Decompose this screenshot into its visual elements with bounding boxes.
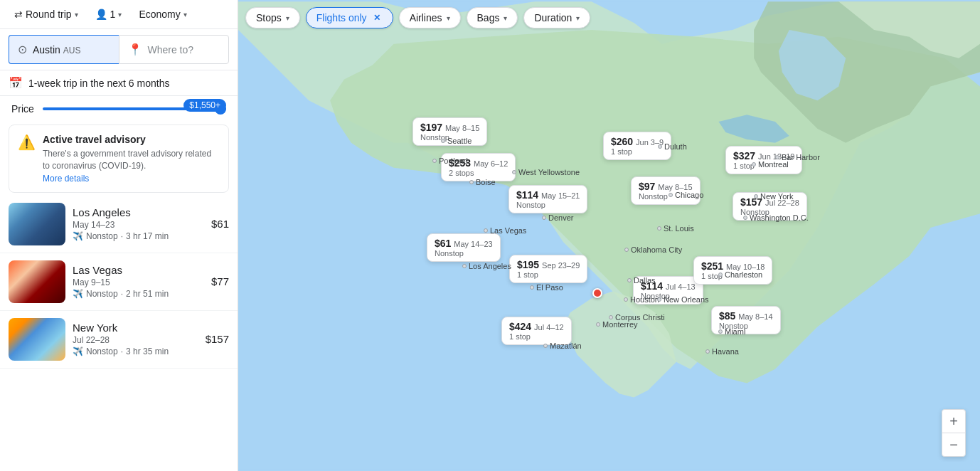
top-bar: ⇄ Round trip ▾ 👤 1 ▾ Economy ▾	[0, 0, 238, 29]
city-label-chicago: Chicago	[669, 191, 703, 199]
origin-text-container: Austin AUS	[33, 44, 81, 55]
price-bubble-5[interactable]: $424 Jul 4–121 stop	[501, 317, 572, 345]
city-label-bar-harbor: Bar Harbor	[775, 153, 820, 162]
price-bubble-2[interactable]: $114 May 15–21Nonstop	[508, 185, 587, 213]
city-name-19: New York	[760, 192, 793, 201]
city-dot-11	[669, 193, 673, 197]
person-icon: 👤	[95, 9, 107, 20]
city-label-washington-d.c.: Washington D.C.	[743, 213, 809, 222]
filter-airlines-chevron: ▾	[447, 14, 450, 22]
city-dot-4	[542, 216, 546, 220]
filter-stops-button[interactable]: Stops▾	[245, 7, 300, 28]
city-dot-2	[469, 180, 474, 184]
origin-input[interactable]: ⊙ Austin AUS	[9, 35, 119, 64]
filter-duration-label: Duration	[534, 12, 572, 23]
city-dot-17	[609, 315, 613, 319]
city-dot-19	[754, 194, 758, 199]
dest-name-0: Los Angeles	[73, 206, 204, 218]
filter-airlines-label: Airlines	[410, 12, 442, 23]
cabin-chevron: ▾	[183, 11, 187, 18]
zoom-in-button[interactable]: +	[942, 410, 965, 433]
city-dot-0	[441, 139, 445, 143]
dest-duration-1: 2 hr 51 min	[126, 289, 169, 299]
map-svg	[238, 0, 980, 471]
city-label-dallas: Dallas	[627, 276, 656, 285]
advisory-link[interactable]: More details	[43, 174, 89, 184]
destination-placeholder: Where to?	[148, 44, 194, 55]
city-label-mazatlán: Mazatlán	[543, 342, 582, 350]
city-dot-7	[462, 264, 467, 268]
city-label-oklahoma-city: Oklahoma City	[624, 245, 682, 254]
dest-duration-2: 3 hr 35 min	[126, 346, 169, 356]
date-row[interactable]: 📅 1-week trip in the next 6 months	[0, 70, 238, 96]
city-label-miami: Miami	[718, 327, 745, 336]
dest-info-2: New York Jul 22–28 ✈️ Nonstop · 3 hr 35 …	[73, 322, 198, 356]
city-label-portland: Portland	[432, 157, 468, 165]
city-dot-13	[624, 248, 629, 252]
city-label-charleston: Charleston	[718, 270, 762, 279]
city-name-24: Havana	[712, 347, 739, 356]
city-dot-5	[484, 228, 488, 233]
city-label-boise: Boise	[469, 178, 496, 186]
price-bubble-3[interactable]: $61 May 14–23Nonstop	[427, 233, 501, 262]
passengers-button[interactable]: 👤 1 ▾	[90, 6, 128, 23]
bubble-stops: 2 stops	[449, 169, 508, 177]
price-bubble-4[interactable]: $195 Sep 23–291 stop	[509, 255, 587, 283]
bubble-price: $260 Jun 3–9	[611, 136, 664, 147]
dest-nonstop-1: Nonstop	[86, 289, 118, 299]
destination-cards-list: Los Angeles May 14–23 ✈️ Nonstop · 3 hr …	[0, 196, 238, 369]
dest-dates-1: May 9–15	[73, 277, 204, 287]
city-label-los-angeles: Los Angeles	[462, 262, 511, 270]
city-label-havana: Havana	[705, 347, 739, 356]
city-dot-8	[543, 344, 548, 348]
city-label-corpus-christi: Corpus Christi	[609, 313, 665, 322]
dest-duration-0: 3 hr 17 min	[126, 231, 169, 241]
city-dot-22	[775, 155, 779, 159]
dest-dates-2: Jul 22–28	[73, 335, 198, 345]
city-dot-14	[627, 278, 632, 282]
filter-stops-label: Stops	[256, 12, 282, 23]
destination-card-las-vegas[interactable]: Las Vegas May 9–15 ✈️ Nonstop · 2 hr 51 …	[0, 253, 238, 311]
city-name-7: Los Angeles	[469, 262, 511, 270]
city-label-duluth: Duluth	[658, 142, 687, 151]
filter-flights_only-button[interactable]: Flights only✕	[306, 7, 393, 28]
filter-airlines-button[interactable]: Airlines▾	[399, 7, 461, 28]
price-badge: $1,550+	[183, 99, 226, 112]
city-label-new-orleans: New Orleans	[657, 295, 709, 304]
city-dot-6	[530, 285, 534, 290]
trip-type-button[interactable]: ⇄ Round trip ▾	[9, 6, 84, 23]
passengers-chevron: ▾	[118, 11, 122, 18]
city-name-15: Houston	[630, 295, 659, 304]
cabin-label: Economy	[139, 9, 180, 20]
dest-info-1: Las Vegas May 9–15 ✈️ Nonstop · 2 hr 51 …	[73, 264, 204, 299]
dest-flight-0: ✈️ Nonstop · 3 hr 17 min	[73, 231, 204, 241]
destination-input[interactable]: 📍 Where to?	[119, 35, 230, 64]
city-name-6: El Paso	[536, 283, 563, 292]
destination-card-new-york[interactable]: New York Jul 22–28 ✈️ Nonstop · 3 hr 35 …	[0, 311, 238, 369]
map-background	[238, 0, 980, 471]
advisory-title: Active travel advisory	[43, 134, 220, 145]
advisory-content: Active travel advisory There's a governm…	[43, 134, 220, 184]
price-row: Price $1,550+	[0, 96, 238, 122]
filter-flights_only-close-icon[interactable]: ✕	[371, 12, 383, 23]
dest-flight-1: ✈️ Nonstop · 2 hr 51 min	[73, 289, 204, 299]
city-name-12: St. Louis	[664, 224, 694, 233]
city-label-las-vegas: Las Vegas	[484, 226, 526, 235]
cabin-class-button[interactable]: Economy ▾	[133, 6, 192, 23]
search-inputs: ⊙ Austin AUS 📍 Where to?	[0, 29, 238, 70]
warning-icon: ⚠️	[18, 134, 36, 184]
zoom-out-button[interactable]: −	[942, 433, 965, 456]
dest-flight-2: ✈️ Nonstop · 3 hr 35 min	[73, 346, 198, 356]
dest-price-2: $157	[206, 333, 229, 345]
price-label: Price	[11, 103, 34, 115]
flight-icon-1: ✈️	[73, 289, 83, 299]
bubble-price: $197 May 8–15	[420, 122, 479, 133]
filter-duration-button[interactable]: Duration▾	[523, 7, 590, 28]
bubble-stops: Nonstop	[516, 201, 580, 209]
filter-bags-button[interactable]: Bags▾	[467, 7, 518, 28]
destination-card-los-angeles[interactable]: Los Angeles May 14–23 ✈️ Nonstop · 3 hr …	[0, 196, 238, 253]
city-name-5: Las Vegas	[490, 226, 526, 235]
bubble-price: $85 May 8–14	[719, 310, 773, 322]
trip-type-label: Round trip	[26, 9, 72, 20]
passengers-count: 1	[110, 9, 116, 20]
